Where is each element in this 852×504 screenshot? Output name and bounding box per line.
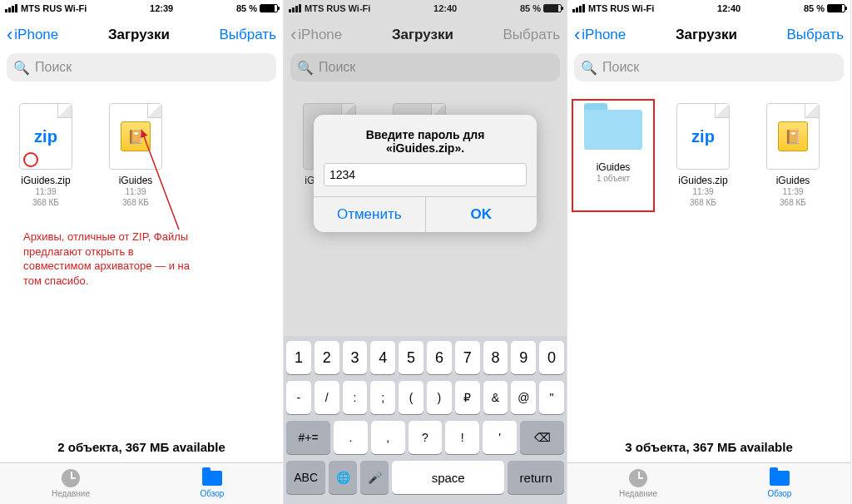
tab-label: Недавние bbox=[619, 489, 657, 498]
back-button[interactable]: ‹iPhone bbox=[7, 24, 58, 46]
tab-bar: Недавние Обзор bbox=[0, 462, 283, 504]
key[interactable]: . bbox=[334, 421, 368, 454]
search-field[interactable]: 🔍 Поиск bbox=[7, 53, 276, 82]
key[interactable]: ' bbox=[483, 421, 517, 454]
nav-bar: ‹iPhone Загрузки Выбрать bbox=[0, 17, 283, 53]
key[interactable]: , bbox=[371, 421, 405, 454]
file-time: 11:39 bbox=[782, 186, 803, 197]
key[interactable]: - bbox=[286, 381, 311, 414]
ok-button[interactable]: OK bbox=[426, 197, 537, 232]
status-bar: MTS RUS Wi-Fi 12:40 85 % bbox=[567, 0, 850, 17]
key-globe[interactable]: 🌐 bbox=[329, 461, 357, 494]
key[interactable]: / bbox=[315, 381, 339, 414]
alert-message: Введите пароль для «iGuides.zip». bbox=[314, 115, 537, 163]
key-space[interactable]: space bbox=[392, 461, 504, 494]
back-label: iPhone bbox=[14, 27, 58, 43]
file-item-folder[interactable]: iGuides 1 объект bbox=[576, 103, 651, 208]
file-size: 368 КБ bbox=[32, 197, 59, 208]
annotation-arrow bbox=[133, 113, 200, 238]
key[interactable]: : bbox=[343, 381, 368, 414]
annotation-text: Архивы, отличные от ZIP, Файлы предлагаю… bbox=[23, 230, 198, 288]
key[interactable]: 9 bbox=[511, 341, 536, 374]
tab-label: Обзор bbox=[201, 489, 225, 498]
battery-icon bbox=[827, 4, 845, 12]
key[interactable]: 8 bbox=[483, 341, 508, 374]
key[interactable]: ₽ bbox=[455, 381, 480, 414]
tab-recent[interactable]: Недавние bbox=[567, 463, 709, 504]
select-button[interactable]: Выбрать bbox=[220, 27, 276, 43]
key[interactable]: 7 bbox=[455, 341, 480, 374]
key-abc[interactable]: ABC bbox=[286, 461, 325, 494]
folder-icon bbox=[770, 471, 790, 486]
file-grid: zip iGuides.zip 11:39 368 КБ 📔 iGuides 1… bbox=[0, 88, 283, 432]
key[interactable]: 0 bbox=[539, 341, 564, 374]
page-title: Загрузки bbox=[58, 27, 219, 43]
nav-bar: ‹iPhone Загрузки Выбрать bbox=[567, 17, 850, 53]
mic-icon: 🎤 bbox=[368, 471, 382, 484]
battery-percent: 85 % bbox=[804, 3, 825, 13]
search-icon: 🔍 bbox=[13, 60, 30, 76]
screen-3: MTS RUS Wi-Fi 12:40 85 % ‹iPhone Загрузк… bbox=[567, 0, 851, 504]
key[interactable]: 4 bbox=[370, 341, 395, 374]
password-alert: Введите пароль для «iGuides.zip». Отмени… bbox=[314, 115, 537, 232]
signal-icon bbox=[5, 4, 17, 12]
select-button[interactable]: Выбрать bbox=[787, 27, 844, 43]
key-return[interactable]: return bbox=[508, 461, 564, 494]
screen-2: MTS RUS Wi-Fi 12:40 85 % ‹iPhone Загрузк… bbox=[284, 0, 567, 504]
key[interactable]: ( bbox=[399, 381, 424, 414]
tab-browse[interactable]: Обзор bbox=[709, 463, 850, 504]
key-backspace[interactable]: ⌫ bbox=[520, 421, 564, 454]
summary-label: 3 объекта, 367 МБ available bbox=[567, 432, 850, 462]
key[interactable]: 6 bbox=[427, 341, 452, 374]
key[interactable]: ; bbox=[370, 381, 395, 414]
key[interactable]: 2 bbox=[315, 341, 339, 374]
screen-1: MTS RUS Wi-Fi 12:39 85 % ‹iPhone Загрузк… bbox=[0, 0, 284, 504]
search-icon: 🔍 bbox=[581, 60, 597, 76]
carrier-label: MTS RUS Wi-Fi bbox=[588, 3, 654, 13]
key[interactable]: ! bbox=[445, 421, 479, 454]
svg-line-0 bbox=[141, 130, 179, 230]
zip-icon: zip bbox=[19, 103, 72, 170]
clock-icon bbox=[62, 469, 80, 487]
key-mic[interactable]: 🎤 bbox=[360, 461, 389, 494]
tab-label: Обзор bbox=[768, 489, 792, 498]
key[interactable]: 1 bbox=[286, 341, 311, 374]
tab-recent[interactable]: Недавние bbox=[0, 463, 141, 504]
key-symbols[interactable]: #+= bbox=[286, 421, 330, 454]
key[interactable]: ? bbox=[409, 421, 443, 454]
search-field[interactable]: 🔍 Поиск bbox=[574, 53, 844, 82]
file-name: iGuides bbox=[597, 161, 631, 173]
folder-icon bbox=[202, 471, 222, 486]
keyboard: 1 2 3 4 5 6 7 8 9 0 - / : ; ( ) ₽ & @ " … bbox=[284, 336, 567, 504]
battery-icon bbox=[260, 4, 278, 12]
file-item[interactable]: zip iGuides.zip 11:39 368 КБ bbox=[666, 103, 741, 208]
tab-browse[interactable]: Обзор bbox=[141, 463, 283, 504]
status-bar: MTS RUS Wi-Fi 12:39 85 % bbox=[0, 0, 283, 17]
key[interactable]: 3 bbox=[343, 341, 368, 374]
file-item[interactable]: zip iGuides.zip 11:39 368 КБ bbox=[8, 103, 83, 208]
page-title: Загрузки bbox=[626, 27, 786, 43]
battery-percent: 85 % bbox=[236, 3, 257, 13]
back-button[interactable]: ‹iPhone bbox=[574, 24, 626, 46]
key[interactable]: ) bbox=[427, 381, 452, 414]
file-meta: 1 объект bbox=[597, 173, 630, 184]
file-name: iGuides bbox=[776, 175, 810, 186]
project-icon: 📔 bbox=[766, 103, 820, 170]
signal-icon bbox=[572, 4, 585, 12]
tab-bar: Недавние Обзор bbox=[567, 462, 850, 504]
file-grid: iGuides 1 объект zip iGuides.zip 11:39 3… bbox=[567, 88, 850, 432]
file-item[interactable]: 📔 iGuides 11:39 368 КБ bbox=[755, 103, 830, 208]
chevron-left-icon: ‹ bbox=[574, 24, 580, 46]
search-placeholder: Поиск bbox=[35, 60, 72, 75]
file-name: iGuides.zip bbox=[21, 175, 70, 186]
key[interactable]: " bbox=[539, 381, 564, 414]
key[interactable]: & bbox=[483, 381, 508, 414]
password-input[interactable] bbox=[324, 163, 527, 186]
file-size: 368 КБ bbox=[780, 197, 806, 208]
file-size: 368 КБ bbox=[690, 197, 716, 208]
cancel-button[interactable]: Отменить bbox=[314, 197, 426, 232]
clock-icon bbox=[629, 469, 647, 487]
key[interactable]: @ bbox=[511, 381, 536, 414]
folder-icon bbox=[584, 103, 642, 150]
key[interactable]: 5 bbox=[399, 341, 424, 374]
